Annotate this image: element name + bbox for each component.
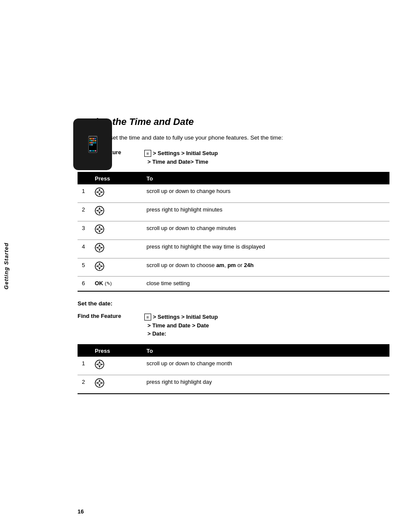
action-cell: press right to highlight day (142, 375, 389, 393)
svg-marker-39 (99, 385, 100, 386)
action-cell: scroll up or down to change month (142, 357, 389, 375)
svg-marker-41 (101, 382, 103, 384)
table-row: 6 OK (✎) close time setting (78, 277, 389, 291)
action-cell: close time setting (142, 277, 389, 291)
svg-marker-3 (99, 194, 100, 196)
svg-marker-20 (99, 244, 100, 246)
nav-icon (95, 261, 104, 271)
nav-icon (95, 187, 104, 197)
svg-marker-11 (101, 210, 103, 212)
row-num: 2 (78, 203, 90, 221)
svg-marker-8 (99, 207, 100, 209)
action-cell: press right to highlight the way time is… (142, 240, 389, 258)
svg-point-37 (98, 382, 101, 384)
table-row: 2 press right to highlight minutes (78, 203, 389, 221)
svg-marker-14 (99, 226, 100, 227)
svg-point-1 (98, 191, 101, 193)
svg-marker-38 (99, 380, 100, 381)
svg-marker-34 (96, 364, 98, 365)
ok-key-icon: (✎) (105, 281, 112, 286)
row-num: 5 (78, 258, 90, 277)
sidebar-tab: Getting Started (0, 0, 12, 532)
date-table: Press To 1 (78, 344, 389, 394)
action-cell: scroll up or down to change hours (142, 184, 389, 202)
table-row: 3 scroll up or down to change minutes (78, 221, 389, 240)
press-cell (90, 240, 142, 258)
time-table: Press To 1 (78, 172, 389, 292)
svg-marker-15 (99, 231, 100, 233)
time-col-num-header (78, 172, 90, 184)
find-feature-time-path: > Settings > Initial Setup > Time and Da… (144, 150, 218, 165)
nav-icon (95, 243, 104, 252)
table-row: 1 scroll up or down to change hours (78, 184, 389, 202)
set-date-header: Set the date: (78, 300, 389, 307)
svg-marker-4 (96, 191, 98, 193)
nav-icon (95, 224, 104, 234)
row-num: 2 (78, 375, 90, 393)
time-col-press-header: Press (90, 172, 142, 184)
press-cell (90, 258, 142, 277)
row-num: 6 (78, 277, 90, 291)
date-col-press-header: Press (90, 345, 142, 357)
row-num: 1 (78, 357, 90, 375)
menu-icon: ≡ (144, 150, 151, 157)
press-cell (90, 203, 142, 221)
action-cell: scroll up or down to choose am, pm or 24… (142, 258, 389, 277)
date-col-to-header: To (142, 345, 389, 357)
intro-text: You need to set the time and date to ful… (78, 134, 389, 142)
svg-marker-23 (101, 247, 103, 249)
svg-point-19 (98, 246, 101, 249)
table-row: 5 scroll up or down to choose am, pm or … (78, 258, 389, 277)
svg-point-31 (98, 363, 101, 366)
svg-marker-9 (99, 212, 100, 214)
table-row: 2 press right to highlight day (78, 375, 389, 393)
svg-marker-5 (101, 191, 103, 193)
svg-marker-35 (101, 364, 103, 365)
find-feature-date-path: > Settings > Initial Setup > Time and Da… (144, 314, 218, 337)
svg-point-7 (98, 209, 101, 212)
svg-marker-10 (96, 210, 98, 212)
table-row: 4 press right to highlight the way time … (78, 240, 389, 258)
svg-marker-40 (96, 382, 98, 384)
svg-marker-21 (99, 249, 100, 251)
svg-marker-28 (96, 265, 98, 267)
svg-marker-26 (99, 263, 100, 264)
find-feature-time-value: ≡ > Settings > Initial Setup > Time and … (144, 149, 218, 166)
nav-icon (95, 360, 104, 369)
svg-marker-29 (101, 265, 103, 267)
svg-point-13 (98, 228, 101, 230)
svg-marker-32 (99, 361, 100, 363)
menu-icon-date: ≡ (144, 314, 151, 320)
svg-marker-2 (99, 189, 100, 190)
action-cell: press right to highlight minutes (142, 203, 389, 221)
time-col-to-header: To (142, 172, 389, 184)
press-cell-ok: OK (✎) (90, 277, 142, 291)
ok-label: OK (95, 280, 103, 286)
table-row: 1 scroll up or down to change month (78, 357, 389, 375)
svg-marker-27 (99, 268, 100, 270)
section-title: Setting the Time and Date (78, 116, 389, 128)
action-cell: scroll up or down to change minutes (142, 221, 389, 240)
row-num: 4 (78, 240, 90, 258)
date-col-num-header (78, 345, 90, 357)
phone-icon: 📱 (83, 135, 103, 153)
nav-icon (95, 378, 104, 388)
main-content: Setting the Time and Date You need to se… (78, 0, 389, 532)
find-feature-time-row: Find the Feature ≡ > Settings > Initial … (78, 149, 389, 166)
svg-marker-17 (101, 228, 103, 230)
nav-icon (95, 206, 104, 215)
page-number: 16 (78, 508, 84, 515)
svg-marker-16 (96, 228, 98, 230)
svg-point-25 (98, 265, 101, 268)
press-cell (90, 375, 142, 393)
press-cell (90, 357, 142, 375)
row-num: 1 (78, 184, 90, 202)
find-feature-date-row: Find the Feature ≡ > Settings > Initial … (78, 313, 389, 338)
find-feature-date-label: Find the Feature (78, 313, 144, 319)
row-num: 3 (78, 221, 90, 240)
svg-marker-33 (99, 366, 100, 368)
svg-marker-22 (96, 247, 98, 249)
find-feature-date-value: ≡ > Settings > Initial Setup > Time and … (144, 313, 218, 338)
press-cell (90, 184, 142, 202)
phone-image: 📱 (73, 118, 112, 170)
